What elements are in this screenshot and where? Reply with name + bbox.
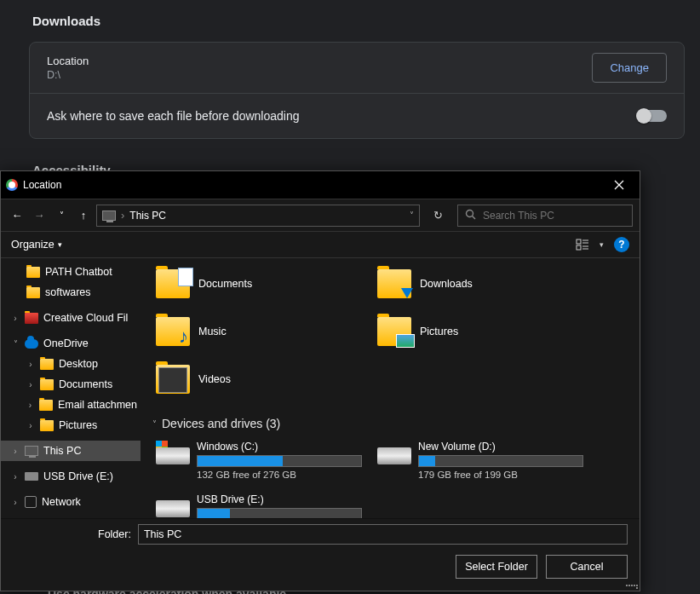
- tree-item-this-pc[interactable]: ›This PC: [1, 441, 141, 461]
- svg-point-2: [467, 210, 473, 216]
- address-bar[interactable]: › This PC ˅: [96, 205, 420, 227]
- file-picker-dialog: Location ← → ˅ ↑ › This PC ˅ ↻ Organize▾: [0, 170, 640, 591]
- pictures-folder-icon: [377, 317, 411, 346]
- music-folder-icon: [156, 317, 190, 346]
- ask-before-download-row: Ask where to save each file before downl…: [30, 93, 684, 138]
- drive-c[interactable]: Windows (C:) 132 GB free of 276 GB: [152, 437, 365, 483]
- toolbar: Organize▾ ▾ ?: [1, 231, 640, 258]
- nav-forward-button[interactable]: →: [30, 206, 49, 225]
- svg-line-3: [473, 216, 476, 219]
- this-pc-icon: [25, 446, 38, 456]
- drive-e[interactable]: USB Drive (E:) 23.5 GB free of 29.2 GB: [152, 490, 365, 518]
- search-input[interactable]: [483, 210, 625, 222]
- folder-documents[interactable]: Documents: [152, 262, 365, 306]
- nav-up-button[interactable]: ↑: [74, 206, 93, 225]
- bar-fill-e: [198, 509, 230, 518]
- folder-icon: [26, 267, 40, 278]
- documents-folder-icon: [156, 269, 190, 298]
- organize-menu[interactable]: Organize▾: [11, 239, 62, 251]
- network-icon: [25, 496, 37, 508]
- creative-cloud-icon: [25, 313, 38, 324]
- tree-item-od-desktop[interactable]: ›Desktop: [1, 354, 141, 374]
- folder-icon: [40, 379, 54, 390]
- drive-icon: [377, 441, 411, 468]
- folder-downloads[interactable]: Downloads: [374, 262, 587, 306]
- folder-videos[interactable]: Videos: [152, 357, 365, 401]
- content-pane[interactable]: Documents Downloads Music Pictures Video…: [141, 258, 640, 518]
- settings-section-title: Downloads: [32, 14, 700, 28]
- cancel-button[interactable]: Cancel: [546, 555, 628, 579]
- change-location-button[interactable]: Change: [592, 53, 667, 83]
- location-label: Location: [47, 55, 89, 67]
- view-dropdown-icon[interactable]: ▾: [600, 240, 604, 249]
- onedrive-icon: [25, 339, 38, 349]
- close-button[interactable]: [602, 172, 636, 198]
- help-button[interactable]: ?: [614, 237, 629, 252]
- search-box[interactable]: [457, 205, 633, 227]
- tree-item-od-email[interactable]: ›Email attachmen: [1, 395, 141, 415]
- drive-icon: [25, 472, 38, 481]
- location-row: Location D:\ Change: [30, 43, 684, 93]
- chrome-icon: [6, 179, 18, 191]
- expand-icon[interactable]: ›: [11, 447, 20, 456]
- bar-fill-c: [198, 456, 283, 466]
- downloads-folder-icon: [377, 269, 411, 298]
- address-dropdown-icon[interactable]: ˅: [410, 210, 414, 220]
- expand-icon[interactable]: ›: [11, 498, 20, 507]
- folder-pictures[interactable]: Pictures: [374, 309, 587, 354]
- storage-bar: [418, 455, 583, 467]
- svg-rect-4: [577, 239, 581, 244]
- folder-name-input[interactable]: [138, 524, 628, 545]
- drive-d[interactable]: New Volume (D:) 179 GB free of 199 GB: [374, 437, 587, 483]
- nav-recent-button[interactable]: ˅: [52, 206, 71, 225]
- view-options-button[interactable]: [576, 238, 589, 251]
- resize-grip[interactable]: [626, 577, 638, 589]
- tree-item-od-documents[interactable]: ›Documents: [1, 374, 141, 395]
- tree-item-onedrive[interactable]: ˅OneDrive: [1, 333, 141, 354]
- ask-toggle[interactable]: [638, 110, 667, 122]
- dialog-footer: Folder: Select Folder Cancel: [1, 518, 640, 591]
- titlebar: Location: [1, 171, 640, 199]
- address-text: This PC: [129, 210, 166, 222]
- nav-back-button[interactable]: ←: [8, 206, 26, 225]
- collapse-icon[interactable]: ˅: [11, 339, 20, 349]
- expand-icon[interactable]: ›: [26, 421, 35, 430]
- tree-item-softwares[interactable]: softwares: [1, 282, 141, 303]
- folder-music[interactable]: Music: [152, 309, 365, 354]
- expand-icon[interactable]: ›: [26, 380, 35, 389]
- chevron-down-icon: ˅: [152, 419, 157, 429]
- expand-icon[interactable]: ›: [26, 401, 34, 410]
- folder-icon: [40, 359, 54, 370]
- dialog-title: Location: [23, 179, 61, 191]
- search-icon: [465, 209, 476, 222]
- tree-item-usb-drive[interactable]: ›USB Drive (E:): [1, 466, 141, 487]
- svg-rect-7: [577, 245, 581, 250]
- drives-section-header[interactable]: ˅Devices and drives (3): [152, 417, 628, 430]
- expand-icon[interactable]: ›: [11, 314, 20, 323]
- refresh-button[interactable]: ↻: [427, 205, 449, 227]
- tree-item-path-chatbot[interactable]: PATH Chatbot: [1, 262, 141, 282]
- this-pc-icon: [102, 210, 116, 221]
- storage-bar: [197, 508, 362, 518]
- nav-tree: PATH Chatbot softwares ›Creative Cloud F…: [1, 258, 141, 518]
- tree-item-creative-cloud[interactable]: ›Creative Cloud Fil: [1, 308, 141, 328]
- downloads-card: Location D:\ Change Ask where to save ea…: [29, 42, 685, 139]
- ask-label: Ask where to save each file before downl…: [47, 109, 300, 123]
- videos-folder-icon: [156, 365, 190, 394]
- drive-icon: [156, 493, 190, 518]
- windows-drive-icon: [156, 441, 190, 468]
- tree-item-od-pictures[interactable]: ›Pictures: [1, 415, 141, 435]
- nav-bar: ← → ˅ ↑ › This PC ˅ ↻: [1, 199, 640, 231]
- folder-field-label: Folder:: [98, 528, 131, 540]
- tree-item-network[interactable]: ›Network: [1, 492, 141, 512]
- location-path: D:\: [47, 69, 89, 81]
- settings-panel: Downloads Location D:\ Change Ask where …: [0, 0, 700, 175]
- bar-fill-d: [419, 456, 435, 466]
- folder-icon: [26, 287, 40, 298]
- folder-icon: [40, 420, 54, 431]
- folder-icon: [39, 400, 53, 411]
- select-folder-button[interactable]: Select Folder: [456, 555, 537, 579]
- expand-icon[interactable]: ›: [26, 360, 35, 369]
- expand-icon[interactable]: ›: [11, 472, 20, 482]
- storage-bar: [197, 455, 362, 467]
